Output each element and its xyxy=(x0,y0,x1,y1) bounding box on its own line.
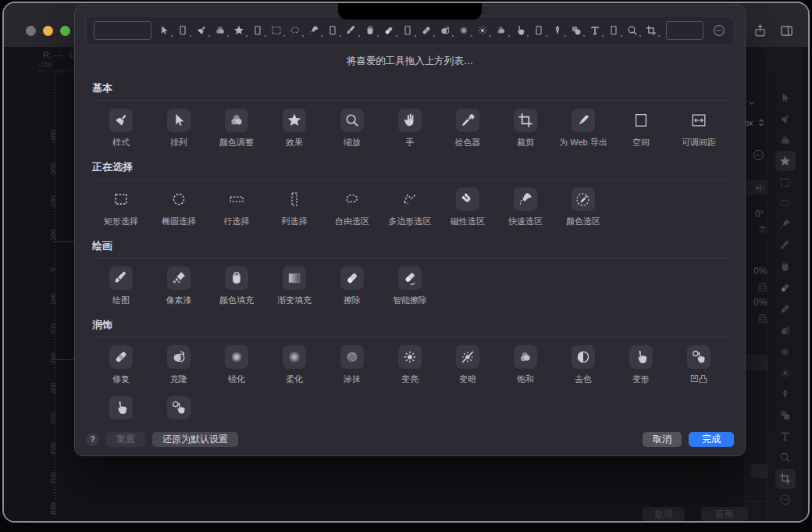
lasso-icon[interactable] xyxy=(288,23,301,38)
pen-icon[interactable] xyxy=(550,23,564,38)
tool-item[interactable]: 缩放 xyxy=(323,109,381,148)
tool-item[interactable]: 多边形选区 xyxy=(381,187,439,227)
lasso-icon[interactable] xyxy=(340,187,364,211)
arrow-cursor-icon[interactable] xyxy=(167,109,191,132)
arrow-cursor-icon[interactable] xyxy=(157,23,170,38)
warp-hand-icon[interactable] xyxy=(513,23,526,38)
tool-item[interactable]: 克隆 xyxy=(150,345,208,385)
close-button[interactable] xyxy=(26,26,36,36)
restore-defaults-button[interactable]: 还原为默认设置 xyxy=(152,432,238,447)
tool-item[interactable]: 裁剪 xyxy=(497,109,554,148)
tool-item[interactable]: 涂抹 xyxy=(323,345,381,385)
style-brush-icon[interactable] xyxy=(194,23,208,38)
reset-button[interactable]: 重置 xyxy=(106,432,145,447)
tool-item[interactable]: 为 Web 导出 xyxy=(554,109,612,148)
color-adjust-icon[interactable] xyxy=(225,109,248,132)
eraser-icon[interactable] xyxy=(340,266,364,290)
rect-select-icon[interactable] xyxy=(269,23,283,38)
magnet-icon[interactable] xyxy=(456,187,479,211)
quick-select-icon[interactable] xyxy=(307,23,320,38)
smudge-icon[interactable] xyxy=(340,345,364,369)
warp-hand-icon[interactable] xyxy=(109,396,133,420)
tool-slot-icon[interactable] xyxy=(401,23,414,38)
bandage-icon[interactable] xyxy=(419,23,433,38)
tool-item[interactable]: 变形 xyxy=(612,345,670,385)
eraser-icon[interactable] xyxy=(382,23,395,38)
tool-item[interactable]: 颜色选区 xyxy=(554,187,612,227)
lighten-sun-icon[interactable] xyxy=(475,23,489,38)
tool-item[interactable]: 手 xyxy=(381,109,439,148)
tool-item[interactable]: 拾色器 xyxy=(439,109,497,148)
gradient-fill-icon[interactable] xyxy=(283,266,306,290)
tool-item[interactable]: 快速选区 xyxy=(497,187,554,227)
tool-item[interactable] xyxy=(92,396,150,423)
tool-item[interactable]: 绘图 xyxy=(92,266,150,306)
color-adjust-icon[interactable] xyxy=(213,23,226,38)
hand-icon[interactable] xyxy=(398,109,422,132)
crop-icon[interactable] xyxy=(644,23,657,38)
bump-hand-icon[interactable] xyxy=(167,396,191,420)
tool-item[interactable]: 自由选区 xyxy=(323,187,381,227)
tool-slot-icon[interactable] xyxy=(326,23,339,38)
eyedropper-icon[interactable] xyxy=(456,109,479,132)
help-button[interactable]: ? xyxy=(86,433,99,446)
tool-item[interactable]: 颜色填充 xyxy=(208,266,265,306)
warp-hand-icon[interactable] xyxy=(629,345,653,369)
tool-item[interactable]: 柔化 xyxy=(265,345,323,385)
fill-bucket-icon[interactable] xyxy=(363,23,376,38)
tool-item[interactable]: 智能擦除 xyxy=(381,266,439,306)
paint-brush-icon[interactable] xyxy=(344,23,358,38)
space-square-icon[interactable] xyxy=(629,109,653,132)
color-select-icon[interactable] xyxy=(572,187,595,211)
crop-icon[interactable] xyxy=(514,109,537,132)
tool-item[interactable]: 椭圆选择 xyxy=(150,187,208,227)
tool-item[interactable]: 可调间距 xyxy=(670,109,728,148)
tool-item[interactable]: 擦除 xyxy=(323,266,381,306)
zoom-glass-icon[interactable] xyxy=(625,23,639,38)
tool-item[interactable]: 去色 xyxy=(554,345,612,385)
tool-slot-icon[interactable] xyxy=(607,23,620,38)
minimize-button[interactable] xyxy=(43,26,53,36)
ellipse-select-icon[interactable] xyxy=(167,187,191,211)
effects-star-icon[interactable] xyxy=(283,109,306,132)
clone-icon[interactable] xyxy=(438,23,451,38)
tool-slot-icon[interactable] xyxy=(176,23,189,38)
effects-star-icon[interactable] xyxy=(232,23,245,38)
rect-select-icon[interactable] xyxy=(109,187,133,211)
pixel-brush-icon[interactable] xyxy=(167,266,191,290)
style-brush-icon[interactable] xyxy=(109,109,133,132)
bandage-icon[interactable] xyxy=(109,345,133,369)
share-icon[interactable] xyxy=(753,23,767,38)
fullscreen-button[interactable] xyxy=(60,26,70,36)
tool-item[interactable]: 修复 xyxy=(92,345,150,385)
tool-item[interactable]: 列选择 xyxy=(265,187,323,227)
sharpen-icon[interactable] xyxy=(225,345,248,369)
text-tool-icon[interactable] xyxy=(588,23,601,38)
poly-lasso-icon[interactable] xyxy=(398,187,422,211)
marker-pencil-icon[interactable] xyxy=(572,109,595,132)
cancel-button[interactable]: 取消 xyxy=(643,432,682,447)
tool-slot-icon[interactable] xyxy=(251,23,264,38)
tool-item[interactable]: 磁性选区 xyxy=(439,187,497,227)
adjustable-spacing-icon[interactable] xyxy=(687,109,710,132)
tool-item[interactable]: 饱和 xyxy=(497,345,554,385)
tool-item[interactable]: 样式 xyxy=(92,109,150,148)
tool-item[interactable]: 空间 xyxy=(612,109,670,148)
clone-icon[interactable] xyxy=(167,345,191,369)
panel-right-icon[interactable] xyxy=(779,23,794,38)
fill-bucket-icon[interactable] xyxy=(225,266,248,290)
quick-select-icon[interactable] xyxy=(514,187,537,211)
zoom-glass-icon[interactable] xyxy=(340,109,364,132)
sharpen-icon[interactable] xyxy=(457,23,470,38)
row-select-icon[interactable] xyxy=(225,187,248,211)
tool-item[interactable]: 渐变填充 xyxy=(265,266,323,306)
tool-item[interactable]: 行选择 xyxy=(208,187,265,227)
lighten-sun-icon[interactable] xyxy=(398,345,422,369)
tool-item[interactable]: 凹凸 xyxy=(670,345,728,385)
saturation-icon[interactable] xyxy=(514,345,537,369)
tool-item[interactable]: 变暗 xyxy=(439,345,497,385)
tool-item[interactable]: 锐化 xyxy=(208,345,265,385)
tool-item[interactable]: 矩形选择 xyxy=(92,187,150,227)
tool-item[interactable]: 变亮 xyxy=(381,345,439,385)
tool-item[interactable]: 像素漆 xyxy=(150,266,208,306)
